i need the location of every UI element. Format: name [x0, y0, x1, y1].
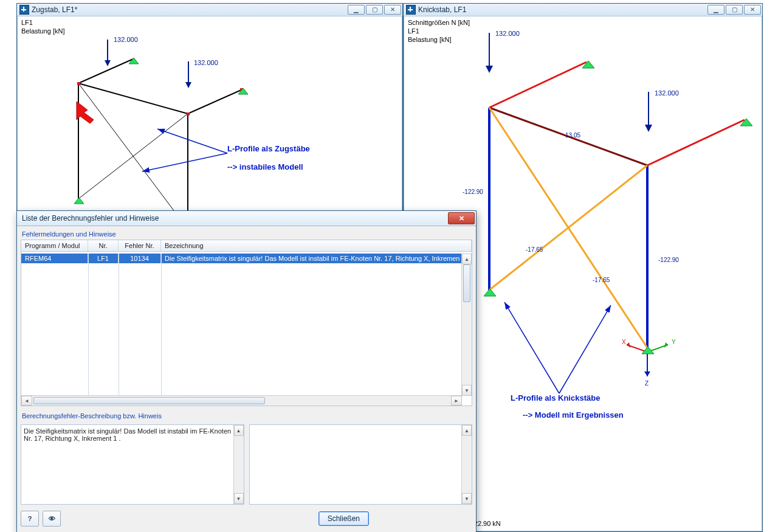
load-arrow [185, 60, 192, 81]
scroll-thumb[interactable] [463, 264, 470, 302]
svg-rect-8 [187, 112, 190, 116]
app-icon [406, 5, 416, 15]
svg-rect-7 [77, 82, 80, 85]
cell-programm: RFEM64 [21, 254, 88, 263]
help-button[interactable]: ? [21, 511, 39, 527]
svg-line-6 [78, 114, 188, 199]
svg-line-34 [559, 305, 611, 393]
scroll-down-button[interactable]: ▼ [462, 493, 472, 504]
svg-marker-15 [74, 198, 84, 204]
annotation-text: L-Profile als Knickstäbe [511, 393, 600, 402]
vertical-scrollbar[interactable]: ▲ ▼ [461, 425, 472, 504]
help-icon: ? [28, 515, 32, 522]
svg-marker-36 [740, 119, 752, 126]
axis-label-y: Y [672, 339, 676, 345]
app-icon [19, 5, 29, 15]
col-bezeichnung[interactable]: Bezeichnung [161, 240, 472, 251]
svg-marker-28 [627, 342, 630, 348]
support-icon [582, 61, 591, 67]
minimize-button[interactable]: ▁ [348, 5, 365, 15]
error-table[interactable]: Programm / Modul Nr. Fehler Nr. Bezeichn… [21, 240, 472, 406]
close-button[interactable]: ✕ [744, 5, 761, 15]
support-icon [642, 347, 650, 353]
titlebar-left[interactable]: Zugstab, LF1* ▁ ▢ ✕ [17, 4, 402, 16]
svg-marker-30 [664, 342, 668, 348]
svg-line-11 [157, 129, 227, 153]
minimize-icon: ▁ [354, 7, 359, 13]
svg-line-12 [142, 153, 227, 171]
scroll-up-button[interactable]: ▲ [234, 425, 244, 436]
svg-line-22 [647, 120, 745, 165]
scroll-thumb[interactable] [33, 397, 265, 404]
table-row[interactable]: RFEM64 LF1 10134 Die Steifigkeitsmatrix … [21, 254, 462, 263]
svg-marker-14 [238, 88, 248, 94]
svg-line-2 [188, 89, 243, 114]
scroll-right-button[interactable]: ► [451, 396, 462, 406]
dialog-error-list: Liste der Berechnungsfehler und Hinweise… [16, 210, 477, 532]
maximize-button[interactable]: ▢ [366, 5, 383, 15]
svg-marker-17 [105, 60, 111, 66]
annotation-text: L-Profile als Zugstäbe [227, 144, 310, 153]
support-icon [74, 198, 83, 204]
load-value: 132.000 [495, 30, 520, 37]
vertical-scrollbar[interactable]: ▲ ▼ [233, 425, 244, 504]
svg-marker-38 [642, 347, 654, 354]
dialog-close-button[interactable]: ✕ [448, 212, 475, 224]
hint-textarea[interactable]: ▲ ▼ [249, 424, 473, 505]
svg-marker-37 [484, 289, 496, 296]
description-text: Die Steifigkeitsmatrix ist singulär! Das… [24, 427, 232, 502]
svg-marker-10 [77, 102, 94, 123]
close-icon: ✕ [750, 7, 755, 13]
cell-fehlernr: 10134 [119, 254, 161, 263]
maximize-button[interactable]: ▢ [726, 5, 743, 15]
scroll-down-button[interactable]: ▼ [234, 493, 244, 504]
load-value: 132.000 [114, 36, 138, 43]
description-textarea[interactable]: Die Steifigkeitsmatrix ist singulär! Das… [21, 424, 244, 505]
window-title: Knickstab, LF1 [418, 5, 705, 14]
group-label: Berechnungsfehler-Beschreibung bzw. Hinw… [22, 412, 472, 420]
horizontal-scrollbar[interactable]: ◄ ► [21, 395, 462, 406]
close-button[interactable]: ✕ [384, 5, 401, 15]
col-programm[interactable]: Programm / Modul [21, 240, 88, 251]
table-header: Programm / Modul Nr. Fehler Nr. Bezeichn… [21, 240, 472, 252]
result-value: -17.65 [593, 277, 610, 283]
close-dialog-button[interactable]: Schließen [318, 511, 369, 526]
svg-marker-42 [645, 125, 652, 132]
titlebar-right[interactable]: Knickstab, LF1 ▁ ▢ ✕ [404, 4, 762, 16]
maximize-icon: ▢ [372, 7, 377, 13]
scroll-left-button[interactable]: ◄ [21, 396, 32, 406]
group-label: Fehlermeldungen und Hinweise [22, 230, 472, 238]
svg-line-1 [78, 83, 188, 114]
svg-marker-40 [486, 66, 493, 73]
load-value: 132.000 [655, 89, 679, 97]
scroll-down-button[interactable]: ▼ [462, 385, 472, 396]
svg-marker-13 [129, 58, 139, 64]
axis-label-z: Z [645, 380, 649, 387]
minimize-button[interactable]: ▁ [707, 5, 724, 15]
maximize-icon: ▢ [732, 7, 737, 13]
annotation-text: --> Modell mit Ergebnissen [523, 410, 624, 420]
window-title: Zugstab, LF1* [32, 5, 345, 14]
col-fehlernr[interactable]: Fehler Nr. [119, 240, 161, 251]
minimize-icon: ▁ [714, 7, 718, 13]
scroll-up-button[interactable]: ▲ [462, 425, 472, 436]
eye-icon: 👁 [49, 515, 55, 522]
cell-bezeichnung: Die Steifigkeitsmatrix ist singulär! Das… [161, 254, 462, 263]
close-icon: ✕ [390, 7, 395, 13]
load-arrow [644, 91, 652, 111]
load-arrow [104, 38, 111, 59]
svg-marker-32 [644, 371, 650, 376]
vertical-scrollbar[interactable]: ▲ ▼ [461, 254, 472, 396]
result-value: -122.90 [658, 257, 679, 263]
dialog-titlebar[interactable]: Liste der Berechnungsfehler und Hinweise… [17, 211, 476, 226]
load-arrow [485, 32, 492, 52]
col-nr[interactable]: Nr. [88, 240, 119, 251]
svg-marker-35 [582, 61, 594, 68]
annotation-text: --> instabiles Modell [227, 162, 303, 171]
scroll-up-button[interactable]: ▲ [462, 254, 472, 264]
view-button[interactable]: 👁 [43, 511, 61, 527]
close-icon: ✕ [459, 215, 464, 223]
svg-line-20 [489, 62, 587, 108]
svg-line-26 [489, 165, 647, 290]
support-icon [740, 119, 749, 125]
